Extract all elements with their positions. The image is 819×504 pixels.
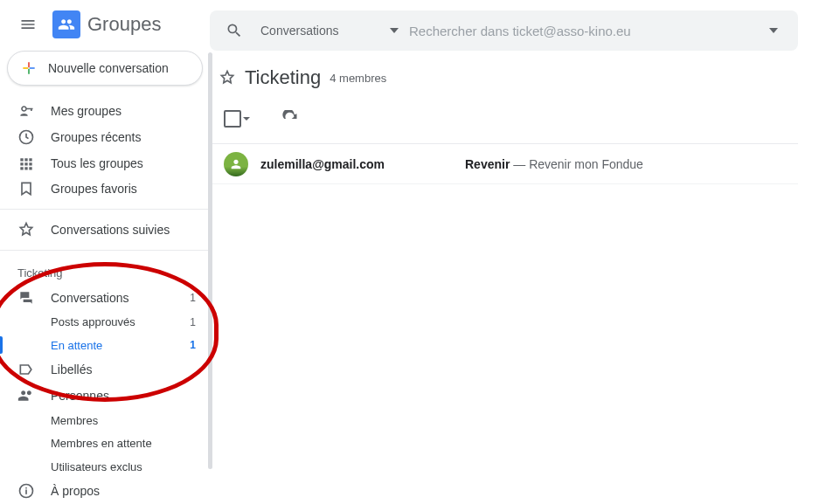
sidebar-item-starred-conversations[interactable]: Conversations suivies: [0, 217, 210, 243]
search-scope-label: Conversations: [260, 24, 390, 38]
sidebar-item-banned-users[interactable]: Utilisateurs exclus: [0, 455, 210, 478]
nav-count: 1: [190, 292, 196, 304]
people-outline-icon: [17, 102, 35, 120]
section-label-ticketing: Ticketing: [0, 258, 210, 285]
main-menu-button[interactable]: [10, 7, 45, 42]
person-icon: [229, 157, 243, 171]
people-icon: [58, 16, 75, 33]
star-outline-icon[interactable]: [219, 69, 236, 86]
nav-label: Conversations: [51, 291, 174, 305]
thread-row[interactable]: zulemilla@gmail.com Revenir — Revenir mo…: [210, 144, 798, 184]
dropdown-icon: [769, 28, 778, 33]
sidebar-item-members[interactable]: Membres: [0, 409, 210, 432]
sidebar-item-my-groups[interactable]: Mes groupes: [0, 98, 210, 124]
groups-logo: [52, 10, 80, 38]
info-icon: [17, 482, 35, 500]
label-icon: [17, 361, 35, 378]
nav-label: Membres en attente: [51, 437, 196, 450]
thread-subject-line: Revenir — Revenir mon Fondue: [465, 157, 643, 171]
search-button[interactable]: [219, 15, 250, 46]
refresh-button[interactable]: [274, 103, 306, 135]
compose-label: Nouvelle conversation: [48, 61, 169, 75]
nav-label: Membres: [51, 414, 196, 427]
search-bar: Conversations: [210, 10, 798, 51]
group-title: Ticketing: [245, 66, 321, 89]
nav-count: 1: [190, 339, 196, 351]
nav-label: En attente: [51, 339, 174, 352]
refresh-icon: [281, 110, 299, 128]
nav-label: Tous les groupes: [51, 156, 196, 170]
clock-icon: [17, 128, 35, 146]
sidebar-item-labels[interactable]: Libellés: [0, 356, 210, 383]
thread-snippet: — Revenir mon Fondue: [510, 157, 643, 171]
grid-icon: [17, 155, 35, 172]
main-content: Conversations Ticketing 4 membres: [210, 0, 819, 504]
nav-label: Mes groupes: [51, 104, 196, 118]
select-all-checkbox[interactable]: [224, 110, 241, 128]
dropdown-icon: [390, 28, 399, 33]
nav-label: Groupes récents: [51, 130, 196, 144]
nav-label: Posts approuvés: [51, 315, 174, 328]
group-member-count: 4 membres: [330, 72, 386, 85]
divider: [0, 250, 210, 251]
avatar: [224, 152, 248, 176]
new-conversation-button[interactable]: Nouvelle conversation: [7, 51, 203, 86]
search-scope-dropdown[interactable]: Conversations: [255, 24, 404, 38]
sidebar-item-conversations[interactable]: Conversations 1: [0, 285, 210, 311]
sidebar-item-pending-members[interactable]: Membres en attente: [0, 432, 210, 454]
nav-label: Groupes favoris: [51, 182, 196, 196]
sidebar-item-recent-groups[interactable]: Groupes récents: [0, 124, 210, 150]
search-options-dropdown[interactable]: [758, 15, 789, 46]
list-toolbar: [210, 98, 798, 144]
sidebar-item-favorite-groups[interactable]: Groupes favoris: [0, 176, 210, 202]
sidebar: Groupes Nouvelle conversation Mes groupe…: [0, 0, 210, 504]
thread-sender: zulemilla@gmail.com: [260, 157, 453, 171]
nav-label: Libellés: [51, 362, 196, 376]
nav-label: Personnes: [51, 389, 196, 403]
nav-label: Utilisateurs exclus: [51, 460, 196, 473]
sidebar-item-people[interactable]: Personnes: [0, 383, 210, 409]
nav-label: À propos: [51, 484, 196, 498]
bookmark-icon: [17, 180, 35, 197]
sidebar-item-all-groups[interactable]: Tous les groupes: [0, 150, 210, 176]
divider: [0, 209, 210, 210]
forum-icon: [17, 289, 35, 307]
app-header: Groupes: [0, 7, 210, 42]
nav-count: 1: [190, 316, 196, 328]
people-icon: [17, 387, 35, 404]
thread-subject: Revenir: [465, 157, 510, 171]
plus-icon: [20, 59, 38, 77]
hamburger-icon: [19, 16, 37, 33]
sidebar-item-approved-posts[interactable]: Posts approuvés 1: [0, 310, 210, 333]
star-outline-icon: [17, 221, 35, 238]
sidebar-item-pending-posts[interactable]: En attente 1: [0, 334, 210, 356]
sidebar-resize-handle[interactable]: [208, 52, 212, 469]
sidebar-item-about[interactable]: À propos: [0, 478, 210, 504]
nav-label: Conversations suivies: [51, 223, 196, 237]
search-icon: [226, 22, 243, 39]
app-name: Groupes: [87, 13, 161, 36]
search-input[interactable]: [409, 24, 753, 38]
group-header: Ticketing 4 membres: [210, 51, 819, 98]
